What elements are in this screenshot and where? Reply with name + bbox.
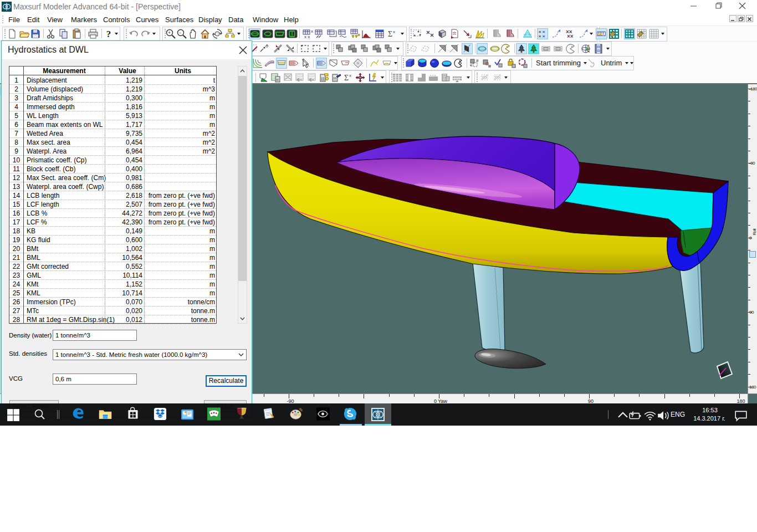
svg-text:+: + (168, 30, 171, 35)
svg-text:-: - (180, 30, 181, 35)
